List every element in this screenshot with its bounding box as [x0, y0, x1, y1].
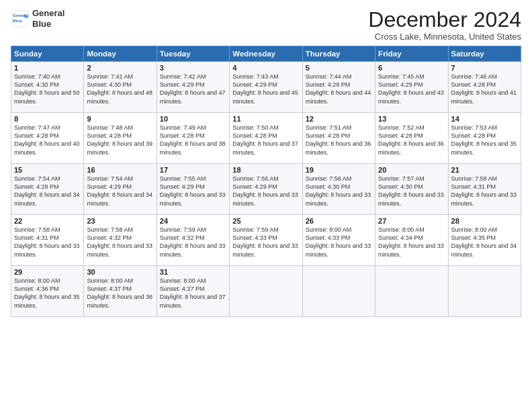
cell-content: Sunrise: 8:00 AMSunset: 4:33 PMDaylight:… — [306, 226, 372, 259]
cell-content: Sunrise: 7:56 AMSunset: 4:29 PMDaylight:… — [232, 175, 299, 208]
header-day-monday: Monday — [84, 46, 157, 62]
day-number: 26 — [306, 217, 372, 225]
calendar-cell: 30Sunrise: 8:00 AMSunset: 4:37 PMDayligh… — [84, 266, 157, 317]
logo: General Blue GeneralBlue — [11, 8, 64, 29]
calendar-cell: 1Sunrise: 7:40 AMSunset: 4:30 PMDaylight… — [11, 62, 84, 113]
day-number: 17 — [160, 166, 226, 174]
calendar-cell: 16Sunrise: 7:54 AMSunset: 4:29 PMDayligh… — [84, 164, 157, 215]
cell-content: Sunrise: 7:43 AMSunset: 4:29 PMDaylight:… — [232, 73, 299, 105]
cell-content: Sunrise: 7:44 AMSunset: 4:29 PMDaylight:… — [306, 73, 372, 105]
calendar-cell: 7Sunrise: 7:46 AMSunset: 4:28 PMDaylight… — [448, 62, 521, 113]
calendar-cell — [230, 266, 302, 317]
calendar-cell: 25Sunrise: 7:59 AMSunset: 4:33 PMDayligh… — [230, 215, 302, 266]
calendar-cell: 20Sunrise: 7:57 AMSunset: 4:30 PMDayligh… — [375, 164, 448, 215]
calendar-cell: 31Sunrise: 8:00 AMSunset: 4:37 PMDayligh… — [157, 266, 229, 317]
day-number: 28 — [451, 217, 518, 225]
cell-content: Sunrise: 8:00 AMSunset: 4:36 PMDaylight:… — [14, 277, 81, 310]
day-number: 6 — [378, 64, 445, 72]
cell-content: Sunrise: 7:53 AMSunset: 4:28 PMDaylight:… — [451, 124, 518, 156]
day-number: 30 — [87, 268, 153, 276]
cell-content: Sunrise: 7:58 AMSunset: 4:32 PMDaylight:… — [87, 226, 153, 259]
title-area: December 2024 Cross Lake, Minnesota, Uni… — [368, 8, 521, 42]
cell-content: Sunrise: 7:49 AMSunset: 4:28 PMDaylight:… — [160, 124, 226, 156]
day-number: 2 — [87, 64, 153, 72]
cell-content: Sunrise: 7:59 AMSunset: 4:33 PMDaylight:… — [232, 226, 299, 259]
calendar-cell: 18Sunrise: 7:56 AMSunset: 4:29 PMDayligh… — [230, 164, 302, 215]
calendar-cell: 24Sunrise: 7:59 AMSunset: 4:32 PMDayligh… — [157, 215, 229, 266]
day-number: 19 — [306, 166, 372, 174]
calendar-cell — [448, 266, 521, 317]
day-number: 12 — [306, 115, 372, 123]
day-number: 13 — [378, 115, 445, 123]
main-container: General Blue GeneralBlue December 2024 C… — [0, 0, 532, 322]
calendar-cell: 14Sunrise: 7:53 AMSunset: 4:28 PMDayligh… — [448, 113, 521, 164]
calendar-cell: 6Sunrise: 7:45 AMSunset: 4:29 PMDaylight… — [375, 62, 448, 113]
cell-content: Sunrise: 7:50 AMSunset: 4:28 PMDaylight:… — [232, 124, 299, 156]
month-title: December 2024 — [368, 8, 521, 32]
calendar-cell: 29Sunrise: 8:00 AMSunset: 4:36 PMDayligh… — [11, 266, 84, 317]
day-number: 3 — [160, 64, 226, 72]
calendar-cell: 22Sunrise: 7:58 AMSunset: 4:31 PMDayligh… — [11, 215, 84, 266]
cell-content: Sunrise: 7:58 AMSunset: 4:31 PMDaylight:… — [14, 226, 81, 259]
calendar-cell: 2Sunrise: 7:41 AMSunset: 4:30 PMDaylight… — [84, 62, 157, 113]
calendar-cell: 26Sunrise: 8:00 AMSunset: 4:33 PMDayligh… — [302, 215, 375, 266]
header: General Blue GeneralBlue December 2024 C… — [11, 8, 521, 42]
calendar-cell: 12Sunrise: 7:51 AMSunset: 4:28 PMDayligh… — [302, 113, 375, 164]
calendar-cell: 23Sunrise: 7:58 AMSunset: 4:32 PMDayligh… — [84, 215, 157, 266]
cell-content: Sunrise: 7:58 AMSunset: 4:31 PMDaylight:… — [451, 175, 518, 208]
calendar-cell: 28Sunrise: 8:00 AMSunset: 4:35 PMDayligh… — [448, 215, 521, 266]
cell-content: Sunrise: 7:46 AMSunset: 4:28 PMDaylight:… — [451, 73, 518, 105]
week-row-1: 1Sunrise: 7:40 AMSunset: 4:30 PMDaylight… — [11, 62, 521, 113]
logo-text: GeneralBlue — [32, 8, 64, 29]
calendar-cell: 19Sunrise: 7:56 AMSunset: 4:30 PMDayligh… — [302, 164, 375, 215]
calendar-cell: 8Sunrise: 7:47 AMSunset: 4:28 PMDaylight… — [11, 113, 84, 164]
header-day-sunday: Sunday — [11, 46, 84, 62]
logo-icon: General Blue — [11, 9, 30, 28]
calendar-cell: 4Sunrise: 7:43 AMSunset: 4:29 PMDaylight… — [230, 62, 302, 113]
day-number: 8 — [14, 115, 81, 123]
header-day-friday: Friday — [375, 46, 448, 62]
calendar-cell — [302, 266, 375, 317]
calendar-cell: 9Sunrise: 7:48 AMSunset: 4:28 PMDaylight… — [84, 113, 157, 164]
calendar-cell: 3Sunrise: 7:42 AMSunset: 4:29 PMDaylight… — [157, 62, 229, 113]
calendar-cell: 15Sunrise: 7:54 AMSunset: 4:28 PMDayligh… — [11, 164, 84, 215]
calendar-cell: 10Sunrise: 7:49 AMSunset: 4:28 PMDayligh… — [157, 113, 229, 164]
week-row-4: 22Sunrise: 7:58 AMSunset: 4:31 PMDayligh… — [11, 215, 521, 266]
header-row: SundayMondayTuesdayWednesdayThursdayFrid… — [11, 46, 521, 62]
cell-content: Sunrise: 8:00 AMSunset: 4:35 PMDaylight:… — [451, 226, 518, 259]
cell-content: Sunrise: 7:48 AMSunset: 4:28 PMDaylight:… — [87, 124, 153, 156]
cell-content: Sunrise: 7:54 AMSunset: 4:28 PMDaylight:… — [14, 175, 81, 208]
calendar-cell: 5Sunrise: 7:44 AMSunset: 4:29 PMDaylight… — [302, 62, 375, 113]
cell-content: Sunrise: 7:55 AMSunset: 4:29 PMDaylight:… — [160, 175, 226, 208]
day-number: 10 — [160, 115, 226, 123]
cell-content: Sunrise: 7:51 AMSunset: 4:28 PMDaylight:… — [306, 124, 372, 156]
day-number: 1 — [14, 64, 81, 72]
day-number: 14 — [451, 115, 518, 123]
day-number: 7 — [451, 64, 518, 72]
svg-text:Blue: Blue — [13, 17, 22, 22]
cell-content: Sunrise: 7:45 AMSunset: 4:29 PMDaylight:… — [378, 73, 445, 105]
cell-content: Sunrise: 8:00 AMSunset: 4:37 PMDaylight:… — [87, 277, 153, 310]
cell-content: Sunrise: 7:47 AMSunset: 4:28 PMDaylight:… — [14, 124, 81, 156]
day-number: 11 — [232, 115, 299, 123]
calendar-cell: 13Sunrise: 7:52 AMSunset: 4:28 PMDayligh… — [375, 113, 448, 164]
cell-content: Sunrise: 7:57 AMSunset: 4:30 PMDaylight:… — [378, 175, 445, 208]
cell-content: Sunrise: 7:54 AMSunset: 4:29 PMDaylight:… — [87, 175, 153, 208]
day-number: 4 — [232, 64, 299, 72]
calendar-cell: 27Sunrise: 8:00 AMSunset: 4:34 PMDayligh… — [375, 215, 448, 266]
cell-content: Sunrise: 7:59 AMSunset: 4:32 PMDaylight:… — [160, 226, 226, 259]
week-row-2: 8Sunrise: 7:47 AMSunset: 4:28 PMDaylight… — [11, 113, 521, 164]
day-number: 16 — [87, 166, 153, 174]
week-row-5: 29Sunrise: 8:00 AMSunset: 4:36 PMDayligh… — [11, 266, 521, 317]
calendar-cell — [375, 266, 448, 317]
calendar-cell: 21Sunrise: 7:58 AMSunset: 4:31 PMDayligh… — [448, 164, 521, 215]
day-number: 21 — [451, 166, 518, 174]
day-number: 22 — [14, 217, 81, 225]
day-number: 27 — [378, 217, 445, 225]
day-number: 5 — [306, 64, 372, 72]
day-number: 20 — [378, 166, 445, 174]
day-number: 15 — [14, 166, 81, 174]
calendar-cell: 11Sunrise: 7:50 AMSunset: 4:28 PMDayligh… — [230, 113, 302, 164]
week-row-3: 15Sunrise: 7:54 AMSunset: 4:28 PMDayligh… — [11, 164, 521, 215]
day-number: 23 — [87, 217, 153, 225]
